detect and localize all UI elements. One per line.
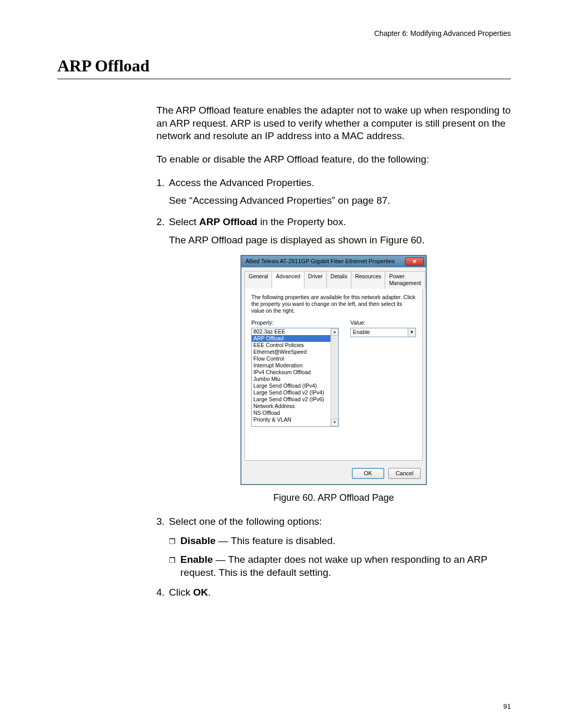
option-enable: Enable — The adapter does not wake up wh…	[180, 553, 511, 579]
tab-general[interactable]: General	[244, 271, 272, 289]
value-label: Value:	[350, 319, 416, 327]
dialog-instructions: The following properties are available f…	[251, 294, 416, 314]
dialog-title: Allied Telesis AT-2911GP Gigabit Fiber E…	[246, 257, 395, 265]
scroll-down-icon[interactable]: ▼	[331, 419, 338, 426]
step-4-text: Click OK.	[169, 587, 211, 598]
property-item[interactable]: Network Address	[252, 403, 331, 410]
property-item[interactable]: IPv4 Checksum Offload	[252, 369, 331, 376]
property-item[interactable]: Interrupt Moderation	[252, 362, 331, 369]
tab-driver[interactable]: Driver	[304, 271, 327, 289]
close-icon: ✕	[412, 258, 417, 265]
chevron-down-icon[interactable]: ▼	[408, 328, 415, 337]
figure-caption: Figure 60. ARP Offload Page	[156, 492, 511, 504]
property-item[interactable]: Large Send Offload (IPv4)	[252, 382, 331, 389]
property-item[interactable]: Flow Control	[252, 355, 331, 362]
ok-button[interactable]: OK	[352, 468, 384, 479]
listbox-scrollbar[interactable]: ▲ ▼	[331, 328, 338, 426]
property-item[interactable]: NS Offload	[252, 410, 331, 416]
scroll-up-icon[interactable]: ▲	[331, 328, 338, 336]
dialog-titlebar: Allied Telesis AT-2911GP Gigabit Fiber E…	[241, 256, 426, 267]
property-item[interactable]: EEE Control Policies	[252, 342, 331, 349]
step-2-note: The ARP Offload page is displayed as sho…	[169, 234, 511, 247]
lead-paragraph: To enable or disable the ARP Offload fea…	[156, 153, 511, 166]
tab-strip: General Advanced Driver Details Resource…	[244, 270, 423, 289]
step-number: 4.	[156, 586, 169, 599]
bullet-icon: ❐	[169, 535, 180, 548]
bullet-icon: ❐	[169, 553, 180, 579]
property-item[interactable]: Priority & VLAN	[252, 416, 331, 423]
page-number: 91	[504, 702, 511, 710]
step-number: 2.	[156, 216, 169, 229]
option-disable: Disable — This feature is disabled.	[180, 535, 335, 548]
step-number: 1.	[156, 177, 169, 190]
value-selected: Enable	[351, 328, 408, 337]
property-item[interactable]: ARP Offload	[252, 335, 331, 342]
tab-resources[interactable]: Resources	[351, 271, 385, 289]
step-1-text: Access the Advanced Properties.	[169, 177, 314, 188]
tab-advanced[interactable]: Advanced	[272, 271, 304, 289]
property-item[interactable]: Jumbo Mtu	[252, 376, 331, 382]
property-item[interactable]: Large Send Offload v2 (IPv4)	[252, 389, 331, 396]
tab-details[interactable]: Details	[326, 271, 351, 289]
step-number: 3.	[156, 515, 169, 528]
step-2-text: Select ARP Offload in the Property box.	[169, 216, 346, 227]
properties-dialog: Allied Telesis AT-2911GP Gigabit Fiber E…	[241, 255, 426, 485]
close-button[interactable]: ✕	[405, 257, 424, 266]
property-label: Property:	[251, 319, 339, 327]
cancel-button[interactable]: Cancel	[388, 468, 421, 479]
value-combobox[interactable]: Enable ▼	[350, 328, 416, 337]
tab-power-management[interactable]: Power Management	[385, 271, 425, 289]
step-3-text: Select one of the following options:	[169, 516, 322, 527]
page-title: ARP Offload	[57, 56, 511, 79]
body-content: The ARP Offload feature enables the adap…	[156, 104, 511, 599]
property-item[interactable]: 802.3az EEE	[252, 328, 331, 335]
property-listbox[interactable]: 802.3az EEEARP OffloadEEE Control Polici…	[251, 328, 339, 427]
property-item[interactable]: Large Send Offload v2 (IPv6)	[252, 396, 331, 403]
property-item[interactable]: Ethernet@WireSpeed	[252, 349, 331, 355]
chapter-header: Chapter 6: Modifying Advanced Properties	[57, 29, 511, 38]
intro-paragraph: The ARP Offload feature enables the adap…	[156, 104, 511, 143]
step-1-note: See “Accessing Advanced Properties” on p…	[169, 194, 511, 207]
